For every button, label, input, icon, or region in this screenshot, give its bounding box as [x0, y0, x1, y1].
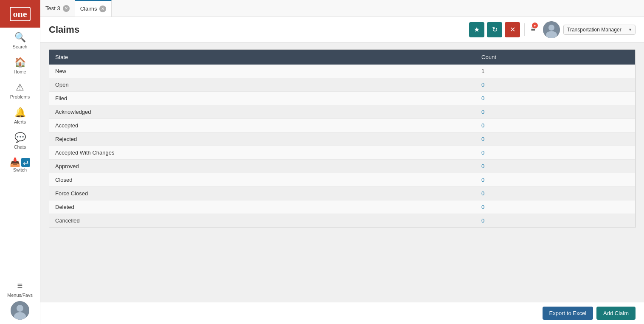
table-row[interactable]: Closed0: [49, 173, 635, 187]
sidebar: one 🔍 Search 🏠 Home ⚠ Problems 🔔 Alerts …: [0, 0, 40, 324]
table-row[interactable]: Accepted With Changes0: [49, 146, 635, 160]
svg-point-4: [548, 25, 554, 31]
tab-claims[interactable]: Claims ✕: [75, 0, 112, 17]
table-header: State Count: [49, 50, 635, 65]
claims-card: State Count New1Open0Filed0Acknowledged0…: [49, 49, 636, 228]
cell-count: 0: [475, 92, 635, 105]
refresh-button[interactable]: ↻: [487, 22, 502, 37]
avatar-area: Transportation Manager: [543, 21, 636, 38]
header-actions: ★ ↻ ✕ ≡ ●: [469, 21, 636, 38]
sidebar-item-label: Alerts: [14, 119, 26, 124]
tab-test3-close[interactable]: ✕: [63, 5, 70, 12]
cell-state: Rejected: [49, 132, 475, 146]
content-area: State Count New1Open0Filed0Acknowledged0…: [40, 42, 644, 302]
warning-icon: ⚠: [16, 82, 24, 93]
cell-state: Accepted With Changes: [49, 146, 475, 160]
close-icon: ✕: [510, 25, 515, 34]
role-dropdown-wrapper: Transportation Manager: [563, 25, 636, 35]
close-button[interactable]: ✕: [505, 22, 520, 37]
favorite-button[interactable]: ★: [469, 22, 484, 37]
sidebar-item-alerts[interactable]: 🔔 Alerts: [0, 103, 40, 128]
cell-count: 0: [475, 132, 635, 146]
cell-state: Accepted: [49, 119, 475, 132]
search-icon: 🔍: [14, 32, 26, 43]
add-claim-button[interactable]: Add Claim: [596, 307, 636, 320]
refresh-icon: ↻: [492, 25, 498, 34]
cell-state: New: [49, 65, 475, 78]
claims-table: State Count New1Open0Filed0Acknowledged0…: [49, 50, 635, 228]
table-row[interactable]: New1: [49, 65, 635, 78]
inbox-icon: 📥: [10, 157, 20, 167]
sidebar-item-search[interactable]: 🔍 Search: [0, 28, 40, 53]
cell-state: Filed: [49, 92, 475, 105]
cell-state: Acknowledged: [49, 105, 475, 119]
cell-state: Open: [49, 78, 475, 92]
cell-count: 0: [475, 187, 635, 200]
tab-test3[interactable]: Test 3 ✕: [40, 0, 75, 17]
home-icon: 🏠: [14, 57, 26, 68]
user-avatar[interactable]: [543, 21, 560, 38]
table-header-row: State Count: [49, 50, 635, 65]
cell-count: 0: [475, 78, 635, 92]
sidebar-avatar[interactable]: [11, 301, 29, 320]
col-count: Count: [475, 50, 635, 65]
cell-state: Deleted: [49, 200, 475, 214]
page-header: Claims ★ ↻ ✕ ≡ ●: [40, 17, 644, 42]
avatar-svg: [543, 21, 560, 38]
sidebar-item-label: Switch: [13, 167, 27, 172]
main-area: Test 3 ✕ Claims ✕ Claims ★ ↻ ✕ ≡ ●: [40, 0, 644, 324]
sidebar-item-chats[interactable]: 💬 Chats: [0, 128, 40, 153]
switch-icons: 📥 ⇄: [10, 157, 30, 167]
sidebar-item-menus[interactable]: ≡ Menus/Favs: [0, 276, 40, 301]
notification-badge: ●: [532, 23, 538, 28]
logo-text: one: [10, 7, 31, 21]
cell-count: 1: [475, 65, 635, 78]
sidebar-item-problems[interactable]: ⚠ Problems: [0, 78, 40, 103]
table-body: New1Open0Filed0Acknowledged0Accepted0Rej…: [49, 65, 635, 228]
sidebar-bottom: ≡ Menus/Favs: [0, 276, 40, 324]
cell-state: Force Closed: [49, 187, 475, 200]
footer-area: Export to Excel Add Claim: [40, 302, 644, 324]
table-row[interactable]: Accepted0: [49, 119, 635, 132]
tab-claims-close[interactable]: ✕: [99, 6, 106, 12]
export-button[interactable]: Export to Excel: [543, 307, 593, 320]
sidebar-item-switch[interactable]: 📥 ⇄ Switch: [0, 153, 40, 176]
cell-state: Approved: [49, 160, 475, 173]
tab-bar: Test 3 ✕ Claims ✕: [40, 0, 644, 17]
tab-test3-label: Test 3: [45, 5, 60, 11]
switch-icon: ⇄: [21, 158, 30, 167]
tab-claims-label: Claims: [80, 6, 97, 12]
sidebar-item-label: Chats: [14, 144, 26, 149]
table-row[interactable]: Cancelled0: [49, 214, 635, 228]
menu-button[interactable]: ≡ ●: [529, 23, 537, 36]
sidebar-menus-label: Menus/Favs: [7, 293, 33, 298]
svg-point-1: [17, 305, 23, 312]
table-row[interactable]: Deleted0: [49, 200, 635, 214]
table-row[interactable]: Filed0: [49, 92, 635, 105]
role-dropdown[interactable]: Transportation Manager: [563, 25, 636, 35]
cell-count: 0: [475, 173, 635, 187]
table-row[interactable]: Open0: [49, 78, 635, 92]
table-row[interactable]: Rejected0: [49, 132, 635, 146]
cell-state: Closed: [49, 173, 475, 187]
sidebar-item-label: Search: [13, 44, 28, 49]
chat-icon: 💬: [14, 132, 26, 143]
sidebar-item-home[interactable]: 🏠 Home: [0, 53, 40, 78]
sidebar-item-label: Home: [14, 69, 26, 74]
table-row[interactable]: Acknowledged0: [49, 105, 635, 119]
sidebar-item-label: Problems: [10, 94, 30, 99]
cell-state: Cancelled: [49, 214, 475, 228]
bell-icon: 🔔: [14, 107, 26, 118]
cell-count: 0: [475, 214, 635, 228]
cell-count: 0: [475, 160, 635, 173]
cell-count: 0: [475, 146, 635, 160]
table-row[interactable]: Force Closed0: [49, 187, 635, 200]
cell-count: 0: [475, 119, 635, 132]
table-row[interactable]: Approved0: [49, 160, 635, 173]
cell-count: 0: [475, 200, 635, 214]
cell-count: 0: [475, 105, 635, 119]
star-icon: ★: [474, 25, 480, 34]
col-state: State: [49, 50, 475, 65]
page-title: Claims: [49, 24, 469, 35]
app-logo[interactable]: one: [0, 0, 40, 28]
